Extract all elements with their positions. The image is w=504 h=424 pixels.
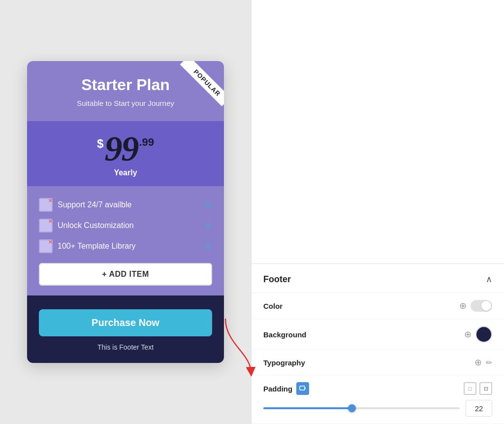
color-controls: ⊕ [459, 300, 492, 312]
feature-label-1: Support 24/7 availble [58, 200, 199, 209]
feature-checkbox-3[interactable] [39, 239, 53, 253]
padding-type-icons: □ ⊡ [464, 382, 492, 395]
color-globe-icon[interactable]: ⊕ [459, 300, 467, 311]
price-period: Yearly [39, 168, 212, 177]
footer-text: This is Footer Text [39, 343, 212, 351]
feature-item-2: Unlock Customization 🗑 [39, 219, 212, 232]
right-panel: Footer ∧ Color ⊕ Background ⊕ Typography [251, 0, 504, 424]
card-price: $ 99 .99 Yearly [27, 121, 224, 186]
footer-section-title: Footer [263, 274, 291, 285]
price-amount: $ 99 .99 [39, 131, 212, 166]
feature-label-2: Unlock Customization [58, 221, 199, 230]
padding-row: Padding □ ⊡ 22 [252, 375, 504, 424]
typography-controls: ⊕ ✏ [474, 357, 492, 368]
price-cents: .99 [139, 136, 154, 149]
purchase-button[interactable]: Purchase Now [39, 309, 212, 336]
padding-slider-fill [263, 407, 352, 409]
card-features: Support 24/7 availble 🗑 Unlock Customiza… [27, 186, 224, 295]
left-panel: POPULAR Starter Plan Suitable to Start y… [0, 0, 251, 424]
feature-delete-1[interactable]: 🗑 [204, 200, 212, 209]
add-item-button[interactable]: + ADD ITEM [39, 263, 212, 286]
ribbon-label: POPULAR [180, 61, 224, 106]
color-row: Color ⊕ [252, 293, 504, 319]
background-label: Background [263, 330, 307, 339]
settings-panel: Footer ∧ Color ⊕ Background ⊕ Typography [252, 264, 504, 424]
price-dollar: $ [97, 137, 103, 151]
toggle-knob [481, 301, 491, 311]
svg-rect-1 [305, 388, 306, 389]
padding-device-icon[interactable] [296, 382, 309, 395]
background-row: Background ⊕ [252, 319, 504, 350]
typography-edit-icon[interactable]: ✏ [486, 358, 492, 367]
padding-slider-row: 22 [263, 400, 492, 417]
padding-all-sides-icon[interactable]: □ [464, 382, 476, 395]
background-color-dot[interactable] [475, 326, 492, 343]
price-main: 99 [104, 131, 138, 166]
background-globe-icon[interactable]: ⊕ [464, 329, 472, 340]
color-label: Color [263, 302, 283, 310]
popular-ribbon: POPULAR [170, 61, 224, 115]
padding-label-row: Padding □ ⊡ [263, 382, 492, 395]
padding-label: Padding [263, 385, 292, 393]
feature-checkbox-1[interactable] [39, 198, 53, 212]
padding-value[interactable]: 22 [466, 400, 492, 417]
background-controls: ⊕ [464, 326, 492, 343]
card-footer: Purchase Now This is Footer Text [27, 295, 224, 363]
padding-individual-icon[interactable]: ⊡ [479, 382, 492, 395]
footer-section-header: Footer ∧ [252, 264, 504, 293]
pricing-card: POPULAR Starter Plan Suitable to Start y… [27, 61, 224, 363]
right-top-area [252, 0, 504, 264]
feature-label-3: 100+ Template Library [58, 242, 199, 251]
feature-item-3: 100+ Template Library 🗑 [39, 239, 212, 253]
color-toggle[interactable] [471, 300, 492, 312]
feature-delete-2[interactable]: 🗑 [204, 221, 212, 230]
padding-slider-thumb[interactable] [348, 404, 356, 412]
feature-delete-3[interactable]: 🗑 [204, 242, 212, 251]
typography-globe-icon[interactable]: ⊕ [474, 357, 482, 368]
footer-collapse-toggle[interactable]: ∧ [486, 274, 492, 285]
typography-row: Typography ⊕ ✏ [252, 350, 504, 375]
typography-label: Typography [263, 359, 305, 367]
padding-slider-track[interactable] [263, 407, 460, 409]
feature-checkbox-2[interactable] [39, 219, 53, 232]
feature-item-1: Support 24/7 availble 🗑 [39, 198, 212, 212]
svg-rect-0 [300, 386, 305, 390]
